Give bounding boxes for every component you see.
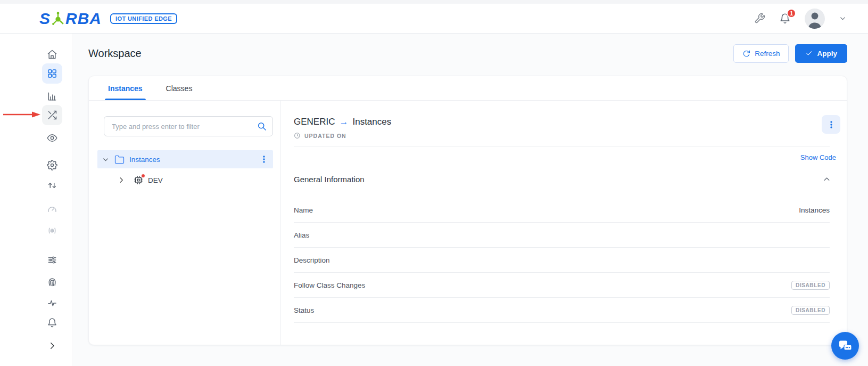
eye-icon xyxy=(47,133,57,143)
updated-on-label: UPDATED ON xyxy=(304,133,346,139)
logo-wordmark: S RBA xyxy=(39,10,102,28)
page-header: Workspace Refresh Apply xyxy=(88,42,847,64)
sidebar-expand-button[interactable] xyxy=(42,336,62,356)
check-icon xyxy=(805,50,813,57)
sidebar-item-sync[interactable] xyxy=(42,175,62,196)
edition-badge: IOT UNIFIED EDGE xyxy=(110,13,177,24)
refresh-icon xyxy=(742,50,750,58)
sidebar-item-settings[interactable] xyxy=(42,155,62,175)
gear-icon xyxy=(47,160,57,170)
general-information-section-header: General Information xyxy=(294,173,830,185)
divider xyxy=(294,146,830,147)
shuffle-icon xyxy=(47,110,57,120)
account-chevron-down-icon[interactable] xyxy=(839,14,847,22)
bell-icon xyxy=(47,318,57,328)
status-badge: DISABLED xyxy=(791,281,830,290)
field-value: Instances xyxy=(799,206,830,214)
field-row-name: Name Instances xyxy=(294,198,830,223)
top-strip xyxy=(0,0,868,4)
main-content: Workspace Refresh Apply Instances Classe… xyxy=(73,34,868,366)
header-actions: 1 xyxy=(754,9,847,29)
tree-label: DEV xyxy=(148,176,163,184)
field-row-alias: Alias xyxy=(294,223,830,248)
notifications-bell-icon[interactable]: 1 xyxy=(779,13,791,25)
tree-kebab-menu-icon[interactable] xyxy=(258,153,270,166)
app-window: S RBA IO xyxy=(0,0,868,366)
sidebar-item-monitor[interactable] xyxy=(42,128,62,148)
sidebar-item-health[interactable] xyxy=(42,293,62,313)
field-label: Follow Class Changes xyxy=(294,281,365,289)
sidebar-item-workspace[interactable] xyxy=(42,63,62,84)
workspace-card: Instances Classes xyxy=(88,76,847,345)
field-label: Alias xyxy=(294,231,309,239)
atom-icon xyxy=(51,11,65,27)
refresh-button[interactable]: Refresh xyxy=(733,44,789,63)
page-actions: Refresh Apply xyxy=(733,44,847,63)
git-compare-icon xyxy=(47,180,57,191)
logo-text-left: S xyxy=(39,10,51,28)
breadcrumb: GENERIC → Instances xyxy=(294,117,391,127)
updated-on: UPDATED ON xyxy=(294,132,391,139)
refresh-label: Refresh xyxy=(755,50,780,58)
chevron-down-icon[interactable] xyxy=(102,156,110,164)
notification-count-badge: 1 xyxy=(787,9,796,18)
field-row-status: Status DISABLED xyxy=(294,298,830,323)
fingerprint-icon xyxy=(47,276,57,287)
instances-tree-panel: Instances xyxy=(89,101,281,345)
general-information-fields: Name Instances Alias Description Fol xyxy=(294,198,830,323)
search-icon[interactable] xyxy=(257,121,267,132)
breadcrumb-current: Instances xyxy=(352,117,391,127)
wrench-icon[interactable] xyxy=(754,13,765,24)
apply-label: Apply xyxy=(817,50,837,58)
barcode-icon xyxy=(47,225,57,236)
sorba-logo: S RBA IO xyxy=(39,10,177,28)
tree-row-dev[interactable]: DEV xyxy=(118,172,273,189)
details-header: GENERIC → Instances UPDATED ON xyxy=(294,117,830,139)
sidebar-item-analytics[interactable] xyxy=(42,86,62,107)
icon-sidebar xyxy=(32,34,72,366)
sidebar-item-signals[interactable] xyxy=(42,221,62,241)
field-row-follow-class-changes: Follow Class Changes DISABLED xyxy=(294,273,830,298)
tree-row-instances[interactable]: Instances xyxy=(97,150,273,168)
sidebar-item-home[interactable] xyxy=(42,44,62,64)
expand-chevron-icon xyxy=(47,341,57,351)
sliders-icon xyxy=(47,255,57,265)
activity-icon xyxy=(47,298,57,308)
sidebar-item-identity[interactable] xyxy=(42,272,62,292)
chevron-right-icon[interactable] xyxy=(118,176,125,184)
status-badge: DISABLED xyxy=(791,306,830,315)
clock-icon xyxy=(294,132,301,139)
top-header: S RBA IO xyxy=(0,4,868,34)
collapse-chevron-up-icon[interactable] xyxy=(821,173,833,185)
bar-chart-icon xyxy=(47,91,57,102)
field-label: Description xyxy=(294,256,330,264)
tab-bar: Instances Classes xyxy=(89,76,847,101)
filter-input[interactable] xyxy=(104,116,273,136)
avatar[interactable] xyxy=(805,9,825,29)
sidebar-item-pipelines[interactable] xyxy=(42,105,62,125)
tab-classes[interactable]: Classes xyxy=(156,76,202,100)
apply-button[interactable]: Apply xyxy=(795,44,847,63)
sidebar-item-alerts[interactable] xyxy=(42,313,62,333)
tab-instances[interactable]: Instances xyxy=(98,76,152,100)
tree-label: Instances xyxy=(129,156,160,164)
field-label: Status xyxy=(294,306,314,314)
page-title: Workspace xyxy=(88,47,142,60)
alert-dot xyxy=(141,174,145,178)
chat-fab-button[interactable] xyxy=(831,332,859,360)
section-title: General Information xyxy=(294,175,365,184)
show-code-link[interactable]: Show Code xyxy=(800,153,836,161)
sidebar-item-tuning[interactable] xyxy=(42,250,62,270)
folder-icon xyxy=(114,154,125,165)
field-row-description: Description xyxy=(294,248,830,273)
grid-icon xyxy=(47,68,57,79)
logo-text-right: RBA xyxy=(65,10,102,28)
sidebar-item-dashboards[interactable] xyxy=(42,200,62,220)
gauge-icon xyxy=(47,205,57,215)
details-kebab-menu-button[interactable] xyxy=(822,115,840,134)
details-panel: GENERIC → Instances UPDATED ON xyxy=(281,101,847,345)
chat-bubble-icon xyxy=(838,339,853,353)
breadcrumb-parent: GENERIC xyxy=(294,117,335,127)
field-label: Name xyxy=(294,206,313,214)
home-icon xyxy=(47,49,57,60)
